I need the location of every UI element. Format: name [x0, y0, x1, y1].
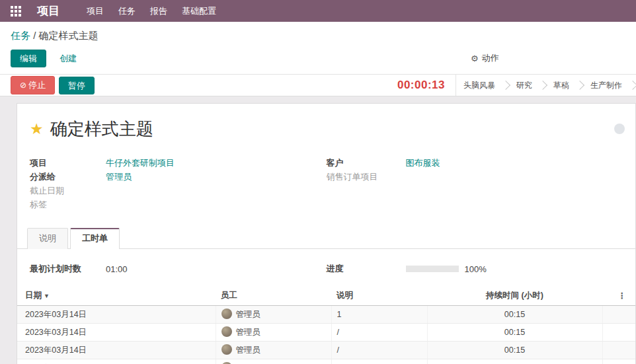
cell-date[interactable]: 2023年03月14日 — [17, 342, 216, 359]
stop-label: 停止 — [28, 80, 46, 90]
timer-row: ⊘停止 暂停 00:00:13 头脑风暴研究草稿生产制作 — [0, 74, 636, 96]
tab-description[interactable]: 说明 — [27, 228, 68, 249]
project-task-page: 项目 项目任务报告基础配置 任务 / 确定样式主题 编辑 创建 ⚙ 动作 ⊘停止… — [0, 0, 636, 364]
stage-item-0[interactable]: 头脑风暴 — [456, 80, 502, 91]
apps-grid-icon[interactable] — [11, 6, 21, 17]
field-value[interactable]: 图布服装 — [406, 157, 440, 169]
field-label: 销售订单项目 — [327, 171, 406, 183]
cell-duration[interactable]: 00:15 — [427, 324, 602, 342]
table-row[interactable]: 2023年03月14日管理员/00:15 — [17, 342, 635, 359]
cell-employee[interactable]: 管理员 — [216, 342, 331, 359]
progress-percent: 100% — [465, 264, 487, 274]
field-group: 项目牛仔外套研制项目分派给管理员截止日期标签 客户图布服装销售订单项目 — [17, 141, 635, 213]
field-row: 客户图布服装 — [327, 157, 623, 171]
app-title[interactable]: 项目 — [37, 3, 60, 18]
cell-employee[interactable]: 管理员 — [216, 324, 331, 342]
optional-columns-icon[interactable]: ⋮ — [602, 286, 635, 306]
gear-icon: ⚙ — [471, 54, 479, 63]
cell-duration[interactable]: 00:15 — [427, 359, 602, 364]
cell-options — [602, 342, 635, 359]
progress-bar — [406, 266, 459, 272]
stop-timer-button[interactable]: ⊘停止 — [11, 76, 55, 94]
progress-label: 进度 — [327, 263, 406, 275]
title-row: ★ 确定样式主题 — [17, 118, 635, 141]
task-title: 确定样式主题 — [50, 118, 153, 141]
cell-description[interactable]: 1 — [331, 306, 427, 324]
timesheet-table: 日期▼ 员工 说明 持续时间 (小时) ⋮ 2023年03月14日管理员100:… — [17, 286, 635, 364]
sort-desc-icon: ▼ — [44, 293, 50, 299]
table-header-row: 日期▼ 员工 说明 持续时间 (小时) ⋮ — [17, 286, 635, 306]
action-menu-label: 动作 — [482, 52, 499, 64]
field-label: 项目 — [30, 157, 106, 169]
table-row[interactable]: 2023年03月14日管理员/00:15 — [17, 324, 635, 342]
nav-menu-item-0[interactable]: 项目 — [87, 6, 104, 16]
edit-button[interactable]: 编辑 — [11, 50, 46, 67]
cell-date[interactable]: 2023年03月14日 — [17, 359, 216, 364]
column-header-description[interactable]: 说明 — [331, 286, 427, 306]
button-row: 编辑 创建 ⚙ 动作 — [0, 44, 636, 74]
field-row: 截止日期 — [30, 185, 327, 199]
field-column-left: 项目牛仔外套研制项目分派给管理员截止日期标签 — [30, 157, 327, 213]
column-header-date[interactable]: 日期▼ — [17, 286, 216, 306]
notebook-tabs: 说明 工时单 — [17, 227, 635, 249]
cell-date[interactable]: 2023年03月14日 — [17, 324, 216, 342]
stage-item-3[interactable]: 生产制作 — [583, 80, 629, 91]
cell-employee[interactable]: 管理员 — [216, 359, 331, 364]
action-menu-button[interactable]: ⚙ 动作 — [471, 52, 499, 64]
cell-options — [602, 359, 635, 364]
cell-date[interactable]: 2023年03月14日 — [17, 306, 216, 324]
pause-timer-button[interactable]: 暂停 — [59, 77, 95, 94]
cell-options — [602, 324, 635, 342]
cell-duration[interactable]: 00:15 — [427, 306, 602, 324]
timer-buttons: ⊘停止 暂停 — [11, 75, 95, 96]
breadcrumb-current: 确定样式主题 — [39, 30, 99, 41]
table-row[interactable]: 2023年03月14日管理员100:15 — [17, 306, 635, 324]
field-label: 客户 — [327, 157, 406, 169]
cell-description[interactable]: / — [331, 359, 427, 364]
planned-hours-value[interactable]: 01:00 — [106, 264, 128, 274]
top-navbar: 项目 项目任务报告基础配置 — [0, 0, 636, 22]
timesheet-summary: 最初计划时数 01:00 进度 100% — [17, 249, 635, 275]
timer-value: 00:00:13 — [397, 79, 445, 92]
stage-item-1[interactable]: 研究 — [509, 80, 539, 91]
create-button[interactable]: 创建 — [56, 52, 81, 65]
planned-hours-label: 最初计划时数 — [30, 263, 106, 275]
form-sheet: ★ 确定样式主题 项目牛仔外套研制项目分派给管理员截止日期标签 客户图布服装销售… — [17, 103, 636, 364]
priority-star-icon[interactable]: ★ — [30, 120, 44, 138]
field-row: 标签 — [30, 199, 327, 213]
field-value[interactable]: 管理员 — [106, 171, 132, 183]
field-value[interactable]: 牛仔外套研制项目 — [106, 157, 175, 169]
stage-item-2[interactable]: 草稿 — [546, 80, 576, 91]
nav-menu-item-3[interactable]: 基础配置 — [182, 6, 216, 16]
column-header-duration[interactable]: 持续时间 (小时) — [427, 286, 602, 306]
field-row: 项目牛仔外套研制项目 — [30, 157, 327, 171]
field-column-right: 客户图布服装销售订单项目 — [327, 157, 623, 213]
cell-duration[interactable]: 00:15 — [427, 342, 602, 359]
field-label: 分派给 — [30, 171, 106, 183]
employee-avatar — [221, 326, 232, 337]
cell-options — [602, 306, 635, 324]
stage-statusbar: 头脑风暴研究草稿生产制作 — [456, 75, 636, 96]
breadcrumb: 任务 / 确定样式主题 — [0, 22, 636, 44]
breadcrumb-separator: / — [30, 30, 39, 41]
cell-description[interactable]: / — [331, 324, 427, 342]
breadcrumb-parent[interactable]: 任务 — [11, 30, 30, 41]
cell-description[interactable]: / — [331, 342, 427, 359]
employee-avatar — [221, 344, 232, 355]
control-panel: 任务 / 确定样式主题 编辑 创建 ⚙ 动作 ⊘停止 暂停 00:00:13 头… — [0, 22, 636, 96]
top-menu: 项目任务报告基础配置 — [79, 5, 223, 17]
column-header-employee[interactable]: 员工 — [216, 286, 331, 306]
field-row: 分派给管理员 — [30, 171, 327, 185]
field-label: 标签 — [30, 199, 106, 211]
nav-menu-item-2[interactable]: 报告 — [150, 6, 167, 16]
tab-timesheet[interactable]: 工时单 — [70, 228, 120, 249]
stop-icon: ⊘ — [20, 81, 26, 90]
employee-avatar — [221, 309, 232, 319]
field-label: 截止日期 — [30, 185, 106, 197]
kanban-state-dot[interactable] — [614, 124, 625, 134]
nav-menu-item-1[interactable]: 任务 — [118, 6, 136, 16]
cell-employee[interactable]: 管理员 — [216, 306, 331, 324]
table-row[interactable]: 2023年03月14日管理员/00:15 — [17, 359, 635, 364]
field-row: 销售订单项目 — [327, 171, 623, 185]
